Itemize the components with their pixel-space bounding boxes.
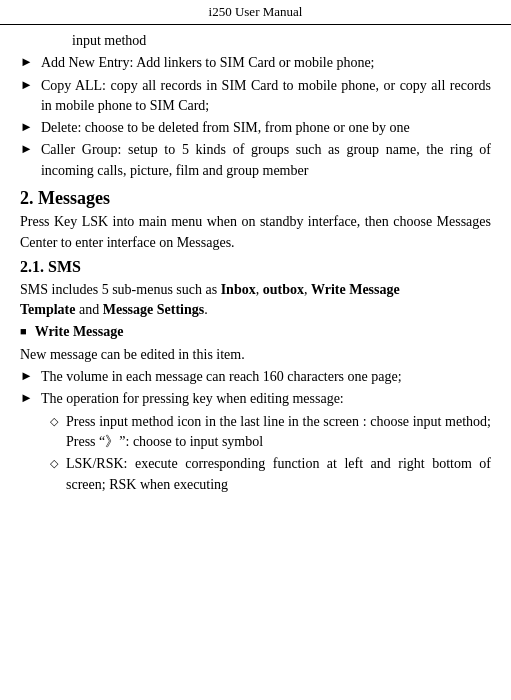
section2-body: Press Key LSK into main menu when on sta… (20, 212, 491, 253)
comma2: , (304, 282, 311, 297)
sub-bullet-list: ► The volume in each message can reach 1… (20, 367, 491, 410)
page-header: i250 User Manual (0, 0, 511, 25)
section2-heading: 2. Messages (20, 187, 491, 210)
diamond-text-press-input: Press input method icon in the last line… (66, 412, 491, 453)
diamond-bullet-lsk-rsk: ◇ LSK/RSK: execute corresponding functio… (20, 454, 491, 495)
arrow-icon-4: ► (20, 141, 33, 157)
bullet-text-add-new-entry: Add New Entry: Add linkers to SIM Card o… (41, 53, 491, 73)
inbox-bold: Inbox (221, 282, 256, 297)
template-bold: Template (20, 302, 75, 317)
sub-bullet-operation: ► The operation for pressing key when ed… (20, 389, 491, 409)
section21-body: SMS includes 5 sub-menus such as Inbox, … (20, 280, 491, 321)
write-message-label: Write Message (35, 322, 491, 342)
arrow-icon-2: ► (20, 77, 33, 93)
comma1: , (256, 282, 263, 297)
bullet-item-add-new-entry: ► Add New Entry: Add linkers to SIM Card… (20, 53, 491, 73)
write-bold: Write Message (311, 282, 400, 297)
sub-bullet-text-operation: The operation for pressing key when edit… (41, 389, 491, 409)
sub-bullet-volume: ► The volume in each message can reach 1… (20, 367, 491, 387)
section21-body-start: SMS includes 5 sub-menus such as (20, 282, 221, 297)
intro-item: input method (20, 31, 491, 51)
period: . (204, 302, 208, 317)
arrow-icon-5: ► (20, 368, 33, 384)
bullet-list: ► Add New Entry: Add linkers to SIM Card… (20, 53, 491, 181)
and-text: and (75, 302, 102, 317)
arrow-icon-1: ► (20, 54, 33, 70)
sub-bullet-text-volume: The volume in each message can reach 160… (41, 367, 491, 387)
square-icon: ■ (20, 325, 27, 337)
bullet-text-delete: Delete: choose to be deleted from SIM, f… (41, 118, 491, 138)
main-content: input method ► Add New Entry: Add linker… (0, 25, 511, 700)
diamond-icon-1: ◇ (50, 415, 58, 428)
diamond-bullet-press-input: ◇ Press input method icon in the last li… (20, 412, 491, 453)
write-message-body: New message can be edited in this item. (20, 345, 491, 365)
bullet-text-copy-all: Copy ALL: copy all records in SIM Card t… (41, 76, 491, 117)
section21-heading: 2.1. SMS (20, 257, 491, 278)
arrow-icon-3: ► (20, 119, 33, 135)
bullet-item-delete: ► Delete: choose to be deleted from SIM,… (20, 118, 491, 138)
bullet-item-copy-all: ► Copy ALL: copy all records in SIM Card… (20, 76, 491, 117)
page-container: i250 User Manual input method ► Add New … (0, 0, 511, 700)
diamond-text-lsk-rsk: LSK/RSK: execute corresponding function … (66, 454, 491, 495)
outbox-bold: outbox (263, 282, 304, 297)
write-message-bullet: ■ Write Message (20, 322, 491, 342)
arrow-icon-6: ► (20, 390, 33, 406)
header-title: i250 User Manual (209, 4, 303, 19)
bullet-item-caller-group: ► Caller Group: setup to 5 kinds of grou… (20, 140, 491, 181)
bullet-text-caller-group: Caller Group: setup to 5 kinds of groups… (41, 140, 491, 181)
settings-bold: Message Settings (103, 302, 205, 317)
diamond-icon-2: ◇ (50, 457, 58, 470)
